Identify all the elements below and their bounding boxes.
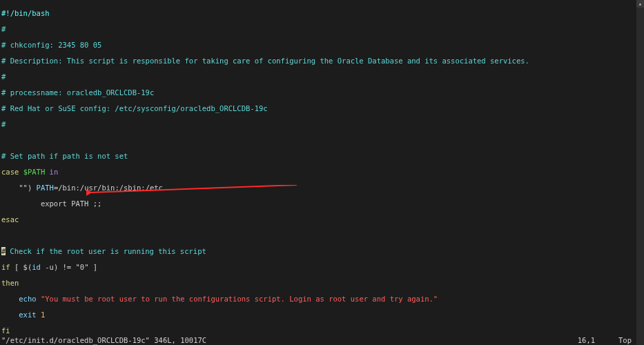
lhs: PATH	[37, 184, 54, 192]
kw-case: case	[1, 168, 19, 176]
kw-fi: fi	[1, 326, 10, 335]
comment: # Red Hat or SuSE config: /etc/sysconfig…	[1, 104, 268, 112]
var-path: $PATH	[23, 168, 46, 176]
status-filename: "/etc/init.d/oracledb_ORCLCDB-19c" 346L,…	[0, 336, 206, 345]
scrollbar-track[interactable]: ▴	[636, 0, 644, 345]
comment: #	[1, 25, 6, 33]
status-position: 16,1	[578, 336, 618, 345]
exit-cmd: exit	[19, 310, 36, 319]
status-bar: "/etc/init.d/oracledb_ORCLCDB-19c" 346L,…	[0, 336, 644, 345]
comment: #	[1, 120, 6, 128]
comment: # chkconfig: 2345 80 05	[1, 41, 101, 49]
export-path: export PATH ;;	[1, 199, 101, 208]
kw-esac: esac	[1, 215, 19, 224]
id-arg: -u	[41, 263, 54, 271]
scroll-up-arrow-icon[interactable]: ▴	[636, 0, 644, 8]
comment: # Description: This script is responsibl…	[1, 57, 529, 65]
status-mode: Top	[618, 336, 644, 345]
cond-close: ) != "0" ]	[54, 263, 97, 271]
comment: # processname: oracledb_ORCLCDB-19c	[1, 88, 154, 97]
comment: # Set path if path is not set	[1, 152, 128, 160]
editor-viewport[interactable]: #!/bin/bash # # chkconfig: 2345 80 05 # …	[0, 0, 644, 345]
rhs: /bin:/usr/bin:/sbin:/etc	[58, 184, 163, 192]
kw-if: if	[1, 263, 10, 271]
case-pattern: "")	[1, 184, 37, 192]
cond: [ $(	[10, 263, 32, 271]
string: "You must be root user to run the config…	[41, 295, 438, 303]
comment: #	[1, 72, 6, 81]
kw-then: then	[1, 279, 19, 287]
kw-in: in	[50, 168, 59, 176]
comment: Check if the root user is running this s…	[10, 247, 206, 255]
number: 1	[41, 310, 45, 319]
id-cmd: id	[32, 263, 41, 271]
shebang-line: #!/bin/bash	[1, 9, 50, 17]
echo-cmd: echo	[19, 295, 36, 303]
